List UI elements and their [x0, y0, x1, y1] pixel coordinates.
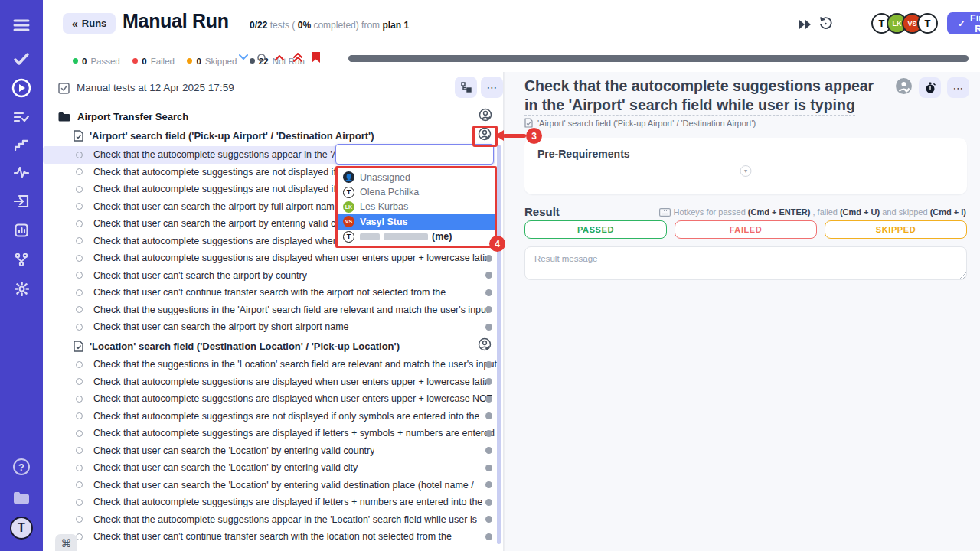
expand-toggle-icon[interactable]	[740, 165, 752, 177]
result-section-title: Result	[524, 205, 560, 218]
detail-more-button[interactable]	[947, 77, 969, 98]
test-status-circle-icon	[76, 203, 83, 210]
red-dot-icon	[132, 58, 138, 64]
scrollbar[interactable]	[497, 145, 501, 544]
test-status-circle-icon	[76, 361, 83, 368]
test-title: Check that user can't search the airport…	[93, 270, 307, 281]
stopwatch-icon	[925, 82, 936, 93]
tree-icon	[461, 82, 472, 93]
runs-play-icon[interactable]	[0, 75, 43, 101]
test-row[interactable]: Check that user can search the 'Location…	[43, 459, 503, 477]
assignee-option[interactable]: LK Les Kurbas	[338, 200, 495, 214]
settings-gear-icon[interactable]	[0, 276, 43, 302]
run-assignee-avatars[interactable]: TLKVST	[877, 13, 938, 34]
test-row[interactable]: Check that the suggestions in the 'Airpo…	[43, 302, 503, 319]
test-title: Check that the suggestions in the 'Airpo…	[93, 305, 488, 315]
assign-user-icon[interactable]	[478, 337, 492, 354]
assignee-option[interactable]: T (me)	[338, 230, 495, 244]
test-row[interactable]: Check that autocomplete suggestions are …	[43, 390, 503, 408]
test-detail-panel: Check that the autocomplete suggestions …	[504, 72, 980, 551]
folder-docs-icon[interactable]	[0, 484, 43, 510]
test-title: Check that autocomplete suggestions are …	[93, 253, 490, 263]
test-row[interactable]: Check that autocomplete suggestings are …	[43, 425, 503, 442]
passed-counter: 0Passed	[73, 57, 120, 66]
keyboard-shortcuts-button[interactable]	[55, 534, 77, 551]
test-row[interactable]: Check that autocomplete suggestings are …	[43, 408, 503, 425]
testomat-logo[interactable]: T	[0, 515, 43, 541]
app-sidebar: ? T	[0, 0, 43, 551]
assignee-name: Unassigned	[360, 172, 410, 183]
location-tests-list: Check that the suggestions in the 'Locat…	[43, 356, 503, 546]
test-status-circle-icon	[76, 272, 83, 279]
not-run-dot-icon	[485, 289, 492, 296]
suite-name: 'Location' search field ('Destination Lo…	[90, 341, 400, 352]
test-title: Check that user can't continue transfer …	[93, 287, 446, 298]
hamburger-menu-icon[interactable]	[0, 12, 43, 38]
suite-row-airport[interactable]: 'Airport' search field ('Pick-up Airport…	[43, 126, 503, 145]
back-to-runs-button[interactable]: Runs	[63, 13, 116, 34]
circle-filter-icon[interactable]	[257, 54, 266, 62]
test-row[interactable]: Check that user can't search the airport…	[43, 267, 503, 285]
assign-user-icon[interactable]	[479, 108, 492, 125]
steps-icon[interactable]	[0, 132, 43, 158]
avatar: VS	[343, 216, 354, 227]
not-run-dot-icon	[485, 447, 492, 454]
test-row[interactable]: Check that user can search the 'Location…	[43, 442, 503, 460]
not-run-dot-icon	[485, 361, 492, 368]
skipped-counter: 0Skipped	[187, 57, 237, 66]
test-plans-icon[interactable]	[0, 104, 43, 130]
double-chevron-up-icon[interactable]	[293, 53, 302, 62]
skipped-button[interactable]: SKIPPED	[825, 220, 967, 239]
test-row[interactable]: Check that autocomplete suggestions are …	[43, 249, 503, 267]
page-header: Runs Manual Run 0/22 tests ( 0% complete…	[43, 0, 980, 46]
bookmark-icon[interactable]	[312, 52, 320, 63]
test-title: Check that autocomplete suggestings are …	[93, 428, 495, 439]
assignee-option[interactable]: VS Vasyl Stus	[338, 214, 495, 229]
assignee-options-list: Unassigned T Olena Pchilka LK Les Kurbas…	[335, 166, 497, 248]
assignee-dropdown: Unassigned T Olena Pchilka LK Les Kurbas…	[335, 144, 497, 248]
folder-row[interactable]: Airport Transfer Search	[43, 107, 503, 126]
test-title: Check that user can search the 'Location…	[93, 480, 474, 491]
assignee-option[interactable]: T Olena Pchilka	[338, 184, 495, 199]
suite-row-location[interactable]: 'Location' search field ('Destination Lo…	[43, 337, 503, 355]
chevron-up-icon[interactable]	[275, 54, 284, 60]
not-run-dot-icon	[485, 378, 492, 385]
test-row[interactable]: Check that user can't continue transfer …	[43, 284, 503, 302]
panel-more-button[interactable]	[481, 77, 503, 98]
import-icon[interactable]	[0, 188, 43, 214]
fast-forward-icon[interactable]	[799, 18, 812, 32]
result-message-textarea[interactable]	[524, 246, 967, 280]
activity-pulse-icon[interactable]	[0, 159, 43, 185]
timer-button[interactable]	[919, 77, 941, 98]
suite-name: 'Airport' search field ('Pick-up Airport…	[90, 130, 374, 142]
collapse-chevron-down-icon[interactable]	[239, 54, 248, 60]
check-icon	[958, 18, 965, 29]
assignee-search-input[interactable]	[335, 144, 494, 165]
assignee-name: (me)	[360, 231, 452, 242]
test-row[interactable]: Check that autocomplete suggestions are …	[43, 373, 503, 391]
not-run-dot-icon	[485, 465, 492, 471]
check-icon[interactable]	[0, 46, 43, 72]
test-row[interactable]: Check that the suggestions in the 'Locat…	[43, 356, 503, 373]
assignee-avatar-icon[interactable]	[895, 77, 913, 98]
help-icon[interactable]: ?	[0, 454, 43, 480]
passed-button[interactable]: PASSED	[524, 220, 667, 239]
not-run-dot-icon	[485, 324, 492, 331]
test-row[interactable]: Check that user can search the 'Location…	[43, 477, 503, 494]
avatar: T	[343, 231, 354, 243]
test-row[interactable]: Check that user can search the airport b…	[43, 318, 503, 336]
test-row[interactable]: Check that the autocomplete suggestions …	[43, 511, 503, 529]
failed-button[interactable]: FAILED	[675, 220, 817, 239]
assignee-option[interactable]: Unassigned	[338, 170, 495, 184]
test-title: Check that user can search the airport b…	[93, 218, 345, 229]
reports-chart-icon[interactable]	[0, 217, 43, 243]
test-title: Check that autocomplete suggestings are …	[93, 184, 349, 194]
branches-icon[interactable]	[0, 246, 43, 272]
retry-timer-icon[interactable]	[818, 16, 832, 33]
test-status-circle-icon	[76, 220, 83, 227]
finish-run-button[interactable]: Finish Run	[947, 12, 980, 34]
folder-icon	[58, 112, 70, 122]
tree-view-button[interactable]	[455, 77, 477, 98]
test-row[interactable]: Check that user can't continue transfer …	[43, 528, 503, 546]
test-row[interactable]: Check that autocomplete suggestings are …	[43, 494, 503, 511]
